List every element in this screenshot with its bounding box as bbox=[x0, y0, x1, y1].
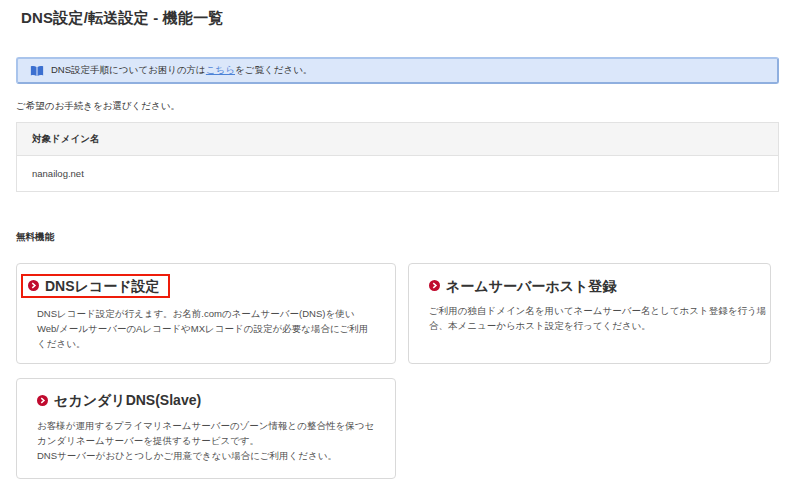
page-title: DNS設定/転送設定 - 機能一覧 bbox=[21, 8, 779, 28]
notice-text-after: をご覧ください。 bbox=[235, 64, 312, 75]
notice-text: DNS設定手順についてお困りの方はこちらをご覧ください。 bbox=[51, 64, 312, 77]
card-nameserver-host-registration[interactable]: ネームサーバーホスト登録 ご利用の独自ドメイン名を用いてネームサーバー名としてホ… bbox=[408, 263, 771, 364]
main-content: DNS設定/転送設定 - 機能一覧 DNS設定手順についてお困りの方はこちらをご… bbox=[16, 8, 779, 479]
notice-bar: DNS設定手順についてお困りの方はこちらをご覧ください。 bbox=[16, 57, 779, 84]
card-secondary-dns[interactable]: セカンダリDNS(Slave) お客様が運用するプライマリネームサーバーのゾーン… bbox=[16, 378, 396, 479]
feature-cards: DNSレコード設定 DNSレコード設定が行えます。お名前.comのネームサーバー… bbox=[16, 263, 779, 479]
card-title: DNSレコード設定 bbox=[45, 278, 160, 294]
card-dns-record-settings[interactable]: DNSレコード設定 DNSレコード設定が行えます。お名前.comのネームサーバー… bbox=[16, 263, 396, 364]
red-arrow-icon bbox=[28, 280, 39, 291]
card-description: ご利用の独自ドメイン名を用いてネームサーバー名としてホスト登録を行う場 合、本メ… bbox=[429, 303, 750, 333]
card-title-row: ネームサーバーホスト登録 bbox=[429, 278, 616, 294]
domain-table: 対象ドメイン名 nanailog.net bbox=[16, 122, 779, 192]
desc-line: DNSレコード設定が行えます。お名前.comのネームサーバー(DNS)を使い bbox=[37, 306, 375, 321]
desc-line: 合、本メニューからホスト設定を行ってください。 bbox=[429, 318, 750, 333]
card-description: DNSレコード設定が行えます。お名前.comのネームサーバー(DNS)を使い W… bbox=[37, 306, 375, 351]
desc-line: Web/メールサーバーのAレコードやMXレコードの設定が必要な場合にご利用 bbox=[37, 321, 375, 336]
card-title-row: セカンダリDNS(Slave) bbox=[37, 392, 201, 408]
red-arrow-icon bbox=[429, 280, 440, 291]
desc-line: カンダリネームサーバーを提供するサービスです。 bbox=[37, 433, 375, 448]
card-description: お客様が運用するプライマリネームサーバーのゾーン情報との整合性を保つセ カンダリ… bbox=[37, 418, 375, 463]
domain-table-header: 対象ドメイン名 bbox=[17, 123, 778, 156]
card-title: ネームサーバーホスト登録 bbox=[446, 278, 616, 294]
desc-line: ご利用の独自ドメイン名を用いてネームサーバー名としてホスト登録を行う場 bbox=[429, 303, 750, 318]
domain-name-value: nanailog.net bbox=[17, 156, 778, 191]
desc-line: DNSサーバーがおひとつしかご用意できない場合にご利用ください。 bbox=[37, 448, 375, 463]
free-features-label: 無料機能 bbox=[16, 231, 779, 244]
book-icon bbox=[30, 65, 44, 77]
intro-text: ご希望のお手続きをお選びください。 bbox=[16, 100, 779, 113]
card-title: セカンダリDNS(Slave) bbox=[54, 392, 201, 408]
red-arrow-icon bbox=[37, 395, 48, 406]
desc-line: ください。 bbox=[37, 336, 375, 351]
desc-line: お客様が運用するプライマリネームサーバーのゾーン情報との整合性を保つセ bbox=[37, 418, 375, 433]
help-link[interactable]: こちら bbox=[206, 64, 235, 75]
notice-text-before: DNS設定手順についてお困りの方は bbox=[51, 64, 206, 75]
annotation-highlight-box: DNSレコード設定 bbox=[21, 274, 170, 298]
